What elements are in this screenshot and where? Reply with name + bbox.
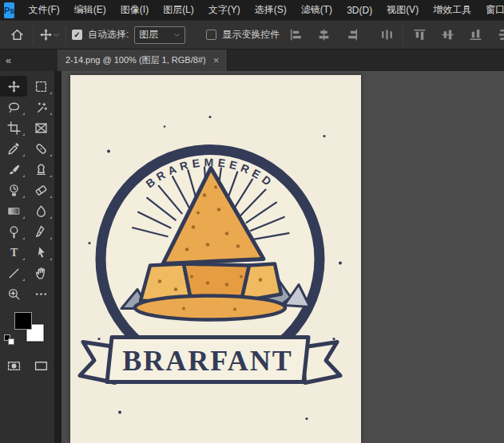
collapse-panels-icon[interactable]: « <box>0 49 58 71</box>
menu-view[interactable]: 视图(V) <box>379 0 426 20</box>
mini-background-swatch <box>8 338 14 345</box>
align-horizontal-centers-icon <box>317 28 331 42</box>
show-transform-label: 显示变换控件 <box>222 28 280 42</box>
quick-mask-icon <box>7 359 21 373</box>
menu-select[interactable]: 选择(S) <box>248 0 294 20</box>
magic-wand-icon <box>34 101 48 114</box>
home-button[interactable] <box>6 25 27 45</box>
tool-rectangular-marquee[interactable] <box>27 76 54 97</box>
menu-edit[interactable]: 编辑(E) <box>67 0 113 20</box>
selection-arrow-icon <box>34 246 48 259</box>
tool-history-brush[interactable] <box>0 180 27 200</box>
color-swatches <box>2 312 53 354</box>
logo-artwork: BRAREMEERED <box>70 75 361 443</box>
hand-icon <box>34 267 48 280</box>
tool-eraser[interactable] <box>27 180 54 200</box>
tool-line[interactable] <box>0 263 27 283</box>
tool-path-selection[interactable] <box>27 242 54 263</box>
ellipsis-icon <box>34 287 48 301</box>
align-vertical-centers-button[interactable] <box>437 25 458 45</box>
bandage-icon <box>34 142 48 156</box>
crop-icon <box>7 121 21 135</box>
tool-spot-healing-brush[interactable] <box>27 138 54 159</box>
stamp-icon <box>34 163 48 176</box>
tool-dodge[interactable] <box>0 221 27 242</box>
menu-window[interactable]: 窗口(W) <box>478 0 504 20</box>
tool-extras <box>0 355 54 376</box>
frame-icon <box>34 121 48 135</box>
tool-blur[interactable] <box>27 200 54 221</box>
canvas-area[interactable]: BRAREMEERED <box>62 71 504 443</box>
tool-grid: T <box>0 76 54 304</box>
menu-layer[interactable]: 图层(L) <box>156 0 201 20</box>
tab-strip: « 2-14.png @ 100% (图层 1, RGB/8#) × <box>0 49 504 71</box>
brush-icon <box>7 163 21 176</box>
menu-image[interactable]: 图像(I) <box>113 0 156 20</box>
tool-eyedropper[interactable] <box>0 138 27 159</box>
screen-mode-icon <box>34 359 48 373</box>
align-right-edges-button[interactable] <box>341 25 362 45</box>
menu-3d[interactable]: 3D(D) <box>339 0 379 20</box>
quick-mask-mode-button[interactable] <box>0 355 27 376</box>
document-image[interactable]: BRAREMEERED <box>70 75 361 443</box>
tool-clone-stamp[interactable] <box>27 159 54 180</box>
align-top-edges-button[interactable] <box>409 25 430 45</box>
menu-plugins[interactable]: 增效工具 <box>426 0 478 20</box>
tab-title: 2-14.png @ 100% (图层 1, RGB/8#) <box>65 54 206 66</box>
screen-mode-button[interactable] <box>27 355 54 376</box>
align-bottom-edges-icon <box>469 28 482 42</box>
tool-move[interactable] <box>0 76 27 97</box>
distribute-horizontally-button[interactable] <box>376 25 397 45</box>
menu-file[interactable]: 文件(F) <box>21 0 66 20</box>
water-drop-icon <box>34 204 48 218</box>
divider <box>65 25 66 45</box>
auto-select-label: 自动选择: <box>88 28 129 42</box>
tool-type[interactable]: T <box>0 242 27 263</box>
tool-edit-toolbar[interactable] <box>27 283 54 304</box>
eyedropper-icon <box>7 142 21 156</box>
show-transform-checkbox[interactable] <box>206 30 216 40</box>
tool-pen[interactable] <box>27 221 54 242</box>
options-bar: 自动选择: 图层 显示变换控件 <box>0 20 504 49</box>
move-tool-preset-button[interactable] <box>39 25 60 45</box>
lasso-icon <box>7 101 21 114</box>
dropdown-value: 图层 <box>139 28 158 42</box>
tab-close-icon[interactable]: × <box>213 55 220 65</box>
home-icon <box>10 28 24 42</box>
photoshop-logo-icon: Ps <box>4 2 14 18</box>
align-horizontal-centers-button[interactable] <box>313 25 334 45</box>
horizontal-align-group <box>285 25 397 45</box>
type-icon: T <box>7 246 21 259</box>
history-brush-icon <box>7 184 21 197</box>
document-tab[interactable]: 2-14.png @ 100% (图层 1, RGB/8#) × <box>58 49 228 71</box>
align-left-edges-icon <box>289 28 303 42</box>
align-bottom-edges-button[interactable] <box>465 25 486 45</box>
distribute-horizontally-icon <box>380 28 394 42</box>
align-vertical-centers-icon <box>441 28 454 42</box>
svg-text:T: T <box>10 247 17 259</box>
menu-type[interactable]: 文字(Y) <box>201 0 248 20</box>
auto-select-target-dropdown[interactable]: 图层 <box>134 26 185 44</box>
auto-select-checkbox[interactable] <box>72 30 82 40</box>
menu-bar: Ps 文件(F) 编辑(E) 图像(I) 图层(L) 文字(Y) 选择(S) 滤… <box>0 0 504 20</box>
default-colors-icon[interactable] <box>4 334 14 345</box>
tool-crop[interactable] <box>0 117 27 138</box>
tool-hand[interactable] <box>27 263 54 283</box>
main-area: T <box>0 71 504 443</box>
tool-frame[interactable] <box>27 117 54 138</box>
divider <box>403 25 403 45</box>
eraser-icon <box>34 184 48 197</box>
tool-brush[interactable] <box>0 159 27 180</box>
foreground-color-swatch[interactable] <box>14 312 32 330</box>
align-left-edges-button[interactable] <box>285 25 306 45</box>
distribute-vertically-icon <box>497 28 504 42</box>
tool-lasso[interactable] <box>0 97 27 117</box>
gradient-icon <box>7 204 21 218</box>
align-top-edges-icon <box>413 28 427 42</box>
tool-gradient[interactable] <box>0 200 27 221</box>
distribute-vertically-button[interactable] <box>493 25 504 45</box>
align-right-edges-icon <box>345 28 359 42</box>
menu-filter[interactable]: 滤镜(T) <box>294 0 339 20</box>
tool-zoom[interactable] <box>0 283 27 304</box>
tool-object-selection[interactable] <box>27 97 54 117</box>
